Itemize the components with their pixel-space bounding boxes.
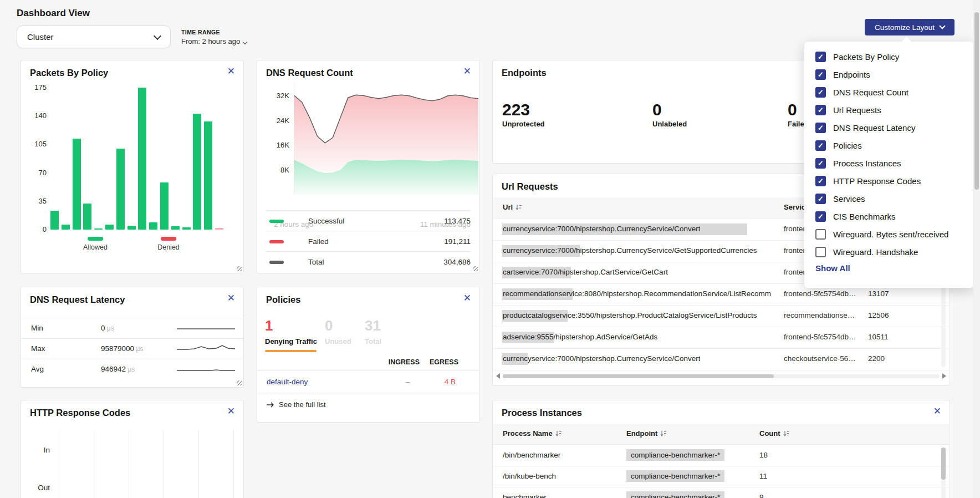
card-dns-request-latency: DNS Request Latency ✕ Min0 μsMax95879000… [21,287,244,388]
column-header-count[interactable]: Count [759,429,790,438]
menu-item-dns-request-count[interactable]: DNS Request Count [815,86,962,98]
table-row[interactable]: adservice:9555/hipstershop.AdService/Get… [493,327,949,349]
close-icon[interactable]: ✕ [463,293,471,303]
bar [116,149,125,230]
column-header-endpoint[interactable]: Endpoint [626,429,667,438]
checkbox-checked-icon[interactable] [815,87,826,98]
scroll-left-icon[interactable] [496,373,500,379]
checkbox-unchecked-icon[interactable] [815,247,826,257]
latency-value: 946942 μs [101,365,135,373]
checkbox-unchecked-icon[interactable] [815,229,826,240]
checkbox-checked-icon[interactable] [815,158,826,169]
see-full-list-link[interactable]: See the full list [267,400,326,409]
menu-item-services[interactable]: Services [815,192,962,205]
close-icon[interactable]: ✕ [227,406,235,416]
close-icon[interactable]: ✕ [227,67,235,76]
menu-item-endpoints[interactable]: Endpoints [815,68,962,80]
sort-icon [515,204,522,211]
stat-value: 0 [652,100,687,119]
table-row[interactable]: productcatalogservice:3550/hipstershop.P… [493,305,949,327]
tab-label: Unused [325,337,351,345]
time-range-value[interactable]: From: 2 hours ago [181,37,247,45]
legend-row-total: Total304,686 [266,251,471,272]
tab-total[interactable]: 31Total [365,318,381,345]
active-tab-underline [265,350,317,352]
resize-handle[interactable] [237,266,242,271]
page-scrollbar[interactable] [973,0,980,498]
tab-label: Total [365,337,381,345]
checkbox-checked-icon[interactable] [815,140,826,151]
legend-value: 113,475 [444,217,471,225]
bar [62,225,70,230]
legend-value: 191,211 [444,237,471,246]
gridline [164,430,164,498]
endpoint-cell: compliance-benchmarker-* [626,493,724,498]
table-row[interactable]: benchmarkercompliance-benchmarker-*9 [493,487,949,498]
horizontal-scrollbar[interactable] [496,372,946,380]
checkbox-checked-icon[interactable] [815,176,826,186]
count-cell: 2200 [868,354,885,363]
checkbox-checked-icon[interactable] [815,52,826,62]
scroll-right-icon[interactable] [942,373,946,379]
menu-item-process-instances[interactable]: Process Instances [815,157,962,169]
table-row[interactable]: /bin/benchmarkercompliance-benchmarker-*… [493,445,949,466]
process-name-cell: /bin/benchmarker [503,451,560,459]
card-title: HTTP Response Codes [30,408,130,418]
tab-denying-traffic[interactable]: 1Denying Traffic [265,318,317,345]
gridline [94,430,94,498]
policy-name-link[interactable]: default-deny [267,378,308,386]
row-label-in: In [25,446,50,454]
resize-handle[interactable] [473,266,478,271]
menu-item-cis-benchmarks[interactable]: CIS Benchmarks [815,210,962,222]
show-all-link[interactable]: Show All [815,263,962,273]
customize-layout-button[interactable]: Customize Layout [865,19,955,35]
card-http-response-codes: HTTP Response Codes ✕ In Out [21,400,244,498]
menu-item-packets-by-policy[interactable]: Packets By Policy [815,50,962,63]
latency-value: 95879000 μs [101,344,143,353]
y-axis-tick: 70 [25,169,47,177]
checkbox-checked-icon[interactable] [815,194,826,204]
menu-item-label: HTTP Response Codes [833,176,921,186]
close-icon[interactable]: ✕ [933,406,941,416]
sort-icon [555,430,562,437]
y-axis-tick: 175 [25,83,47,92]
menu-item-url-requests[interactable]: Url Requests [815,104,962,116]
checkbox-checked-icon[interactable] [815,105,826,115]
scrollbar-thumb[interactable] [974,12,979,190]
count-cell: 12506 [868,311,889,319]
process-name-cell: benchmarker [503,493,547,498]
menu-item-label: Url Requests [833,105,881,115]
view-selector[interactable]: Cluster [17,26,171,48]
column-header-url[interactable]: Url [503,203,522,211]
menu-item-wireguard-handshake[interactable]: Wireguard. Handshake [815,246,962,258]
menu-item-wireguard-bytes-sent-received[interactable]: Wireguard. Bytes sent/received [815,228,962,240]
checkbox-checked-icon[interactable] [815,69,826,80]
menu-item-label: Endpoints [833,70,870,79]
latency-row-avg: Avg946942 μs [22,359,243,380]
table-row[interactable]: currencyservice:7000/hipstershop.Currenc… [493,348,949,370]
bar [105,225,114,230]
column-header-process-name[interactable]: Process Name [503,429,562,438]
vertical-scrollbar[interactable] [941,448,946,498]
close-icon[interactable]: ✕ [463,67,471,76]
bar [193,114,201,230]
card-title: DNS Request Count [266,68,353,78]
resize-handle[interactable] [237,380,242,385]
y-axis-tick: 140 [25,111,47,120]
checkbox-checked-icon[interactable] [815,123,826,133]
table-row[interactable]: /bin/kube-benchcompliance-benchmarker-*1… [493,466,949,487]
card-policies: Policies ✕ 1Denying Traffic0Unused31Tota… [257,287,480,423]
menu-item-http-response-codes[interactable]: HTTP Response Codes [815,175,962,187]
menu-item-dns-request-latency[interactable]: DNS Request Latency [815,121,962,134]
close-icon[interactable]: ✕ [227,293,235,303]
latency-row-max: Max95879000 μs [22,338,243,359]
bar [50,211,59,230]
checkbox-checked-icon[interactable] [815,211,826,222]
y-axis-tick: 0 [25,225,47,233]
bar [94,228,103,230]
tab-unused[interactable]: 0Unused [325,318,351,345]
menu-item-label: Wireguard. Handshake [833,247,918,257]
menu-item-policies[interactable]: Policies [815,139,962,151]
bar [204,121,212,230]
legend-label: Successful [308,217,344,225]
